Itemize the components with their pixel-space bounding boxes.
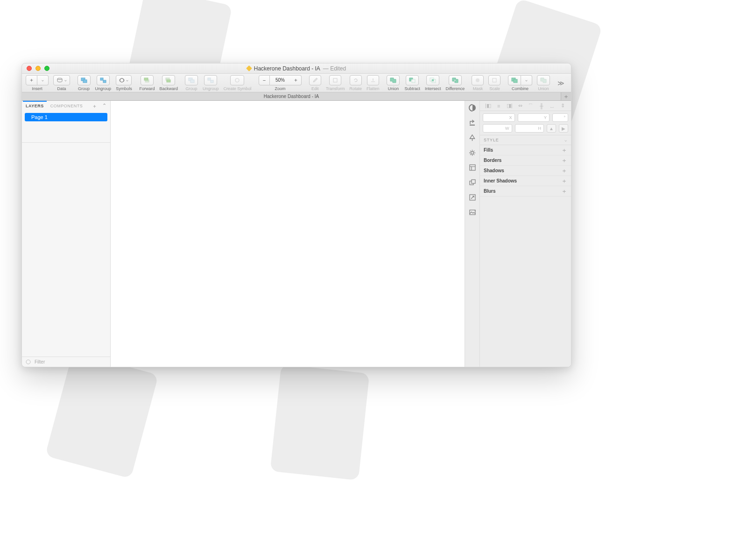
filter-row[interactable]: Filter bbox=[22, 357, 110, 367]
align-hcenter-icon[interactable]: ≡ bbox=[495, 103, 502, 109]
h-field[interactable]: H bbox=[515, 124, 544, 133]
bool-subtract-button[interactable] bbox=[406, 75, 419, 85]
add-fill-button[interactable]: ＋ bbox=[561, 146, 567, 154]
union2-button bbox=[537, 75, 550, 85]
distribute-h-icon[interactable]: ⇔ bbox=[517, 103, 523, 109]
bool-union-button[interactable] bbox=[387, 75, 400, 85]
add-border-button[interactable]: ＋ bbox=[561, 156, 567, 165]
forward-button[interactable] bbox=[141, 75, 154, 85]
sync-icon[interactable] bbox=[468, 119, 477, 127]
gear-icon[interactable] bbox=[468, 148, 477, 157]
inspector-panel: |◧ ≡ ◨| ⇔ ⎴ ╫ ⎵ ⇕ X Y ° W H ▲ ▶ STYLE bbox=[479, 101, 571, 367]
align-right-icon[interactable]: ◨| bbox=[506, 103, 513, 109]
inner-shadows-row[interactable]: Inner Shadows ＋ bbox=[480, 176, 571, 186]
page-item[interactable]: Page 1 bbox=[25, 113, 107, 121]
add-inner-shadow-button[interactable]: ＋ bbox=[561, 177, 567, 185]
duplicate-icon[interactable] bbox=[468, 178, 477, 187]
angle-field[interactable]: ° bbox=[552, 113, 568, 122]
transform-label: Transform bbox=[326, 86, 345, 91]
page-item-label: Page 1 bbox=[31, 114, 48, 120]
svg-rect-6 bbox=[144, 78, 148, 80]
flip-v-button[interactable]: ▶ bbox=[559, 124, 568, 133]
ungroup-button[interactable] bbox=[97, 75, 110, 85]
zoom-out-button[interactable]: − bbox=[259, 75, 270, 85]
group-label: Group bbox=[78, 86, 90, 91]
document-tab[interactable]: Hackerone Dashboard - IA bbox=[22, 92, 561, 100]
svg-rect-11 bbox=[208, 78, 211, 80]
distribute-v-icon[interactable]: ⇕ bbox=[560, 103, 566, 109]
align-bottom-icon[interactable]: ⎵ bbox=[549, 103, 556, 109]
document-tabbar: Hackerone Dashboard - IA ＋ bbox=[22, 92, 571, 101]
layers-tab[interactable]: LAYERS bbox=[26, 104, 44, 108]
bool-difference-button[interactable] bbox=[449, 75, 462, 85]
app-window: Hackerone Dashboard - IA — Edited ＋ ⌵ In… bbox=[21, 63, 571, 367]
borders-row[interactable]: Borders ＋ bbox=[480, 155, 571, 166]
align-vcenter-icon[interactable]: ╫ bbox=[538, 103, 545, 109]
symbols-label: Symbols bbox=[116, 86, 132, 91]
collapse-pages-button[interactable]: ⌃ bbox=[102, 103, 107, 110]
blurs-row[interactable]: Blurs ＋ bbox=[480, 186, 571, 196]
x-field[interactable]: X bbox=[483, 113, 515, 122]
style-section-header[interactable]: STYLE ⌵ bbox=[480, 135, 571, 145]
edit-label: Edit bbox=[311, 86, 319, 91]
svg-rect-22 bbox=[514, 79, 517, 83]
svg-point-23 bbox=[26, 360, 30, 364]
shadows-row[interactable]: Shadows ＋ bbox=[480, 166, 571, 176]
components-tab[interactable]: COMPONENTS bbox=[50, 104, 83, 108]
zoom-in-button[interactable]: ＋ bbox=[290, 75, 302, 85]
zoom-label: Zoom bbox=[275, 86, 286, 91]
data-button[interactable]: ⌵ bbox=[53, 75, 70, 85]
add-page-button[interactable]: ＋ bbox=[92, 103, 98, 110]
svg-rect-3 bbox=[100, 78, 103, 80]
insert-label: Insert bbox=[32, 86, 42, 91]
style-label: STYLE bbox=[484, 138, 499, 142]
scale-button bbox=[488, 75, 500, 85]
add-tab-button[interactable]: ＋ bbox=[561, 92, 571, 100]
align-row: |◧ ≡ ◨| ⇔ ⎴ ╫ ⎵ ⇕ bbox=[480, 101, 571, 111]
svg-rect-4 bbox=[103, 80, 106, 83]
union2-label: Union bbox=[538, 86, 549, 91]
canvas[interactable] bbox=[111, 101, 465, 367]
flatten-label: Flatten bbox=[366, 86, 380, 91]
group2-label: Group bbox=[186, 86, 197, 91]
align-top-icon[interactable]: ⎴ bbox=[528, 103, 534, 109]
window-title-text: Hackerone Dashboard - IA bbox=[254, 65, 320, 72]
group-button[interactable] bbox=[78, 75, 91, 85]
svg-rect-26 bbox=[470, 165, 475, 170]
flatten-button bbox=[367, 75, 379, 85]
bool-intersect-button[interactable] bbox=[426, 75, 439, 85]
insert-dropdown[interactable]: ⌵ bbox=[37, 75, 49, 85]
symbols-button[interactable]: ⌵ bbox=[116, 75, 132, 85]
combine-button[interactable] bbox=[508, 75, 521, 85]
svg-rect-10 bbox=[190, 80, 194, 83]
edited-indicator: — Edited bbox=[323, 65, 346, 72]
left-panel: LAYERS COMPONENTS ＋ ⌃ Page 1 Filter bbox=[22, 101, 111, 367]
group2-button bbox=[185, 75, 198, 85]
app-body: LAYERS COMPONENTS ＋ ⌃ Page 1 Filter bbox=[22, 101, 571, 367]
create-symbol-button bbox=[230, 75, 244, 85]
add-shadow-button[interactable]: ＋ bbox=[561, 167, 567, 175]
arrow-icon[interactable] bbox=[468, 193, 477, 202]
ungroup-label: Ungroup bbox=[95, 86, 112, 91]
w-field[interactable]: W bbox=[483, 124, 512, 133]
svg-rect-28 bbox=[472, 180, 475, 183]
backward-button[interactable] bbox=[162, 75, 175, 85]
window-title: Hackerone Dashboard - IA — Edited bbox=[22, 65, 571, 72]
zoom-value[interactable]: 50% bbox=[270, 75, 290, 85]
align-left-icon[interactable]: |◧ bbox=[485, 103, 491, 109]
combine-label: Combine bbox=[512, 86, 529, 91]
add-blur-button[interactable]: ＋ bbox=[561, 187, 567, 196]
craft-icon[interactable] bbox=[468, 104, 477, 112]
create-symbol-label: Create Symbol bbox=[224, 86, 252, 91]
layout-icon[interactable] bbox=[468, 163, 477, 172]
y-field[interactable]: Y bbox=[518, 113, 550, 122]
prototype-icon[interactable] bbox=[468, 133, 477, 142]
svg-rect-18 bbox=[432, 79, 434, 81]
flip-h-button[interactable]: ▲ bbox=[547, 124, 556, 133]
combine-dropdown[interactable]: ⌵ bbox=[521, 75, 532, 85]
rotate-label: Rotate bbox=[350, 86, 362, 91]
toolbar-overflow-button[interactable]: ≫ bbox=[555, 79, 567, 87]
fills-row[interactable]: Fills ＋ bbox=[480, 145, 571, 155]
image-icon[interactable]: + bbox=[468, 208, 477, 217]
insert-button[interactable]: ＋ bbox=[26, 75, 37, 85]
